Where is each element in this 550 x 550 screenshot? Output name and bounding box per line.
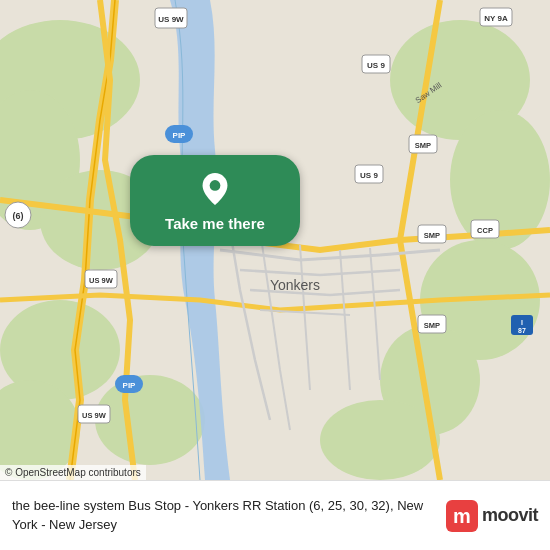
svg-text:I: I [521, 319, 523, 326]
osm-attribution: © OpenStreetMap contributors [0, 465, 146, 480]
info-bar: the bee-line system Bus Stop - Yonkers R… [0, 480, 550, 550]
svg-text:Yonkers: Yonkers [270, 277, 320, 293]
svg-text:US 9W: US 9W [82, 411, 107, 420]
svg-text:PIP: PIP [123, 381, 137, 390]
svg-text:87: 87 [518, 327, 526, 334]
map-container: US 9W US 9 NY 9A PIP (6) US 9W SMP SMP S… [0, 0, 550, 480]
moovit-logo: m moovit [446, 500, 538, 532]
svg-text:SMP: SMP [424, 231, 440, 240]
moovit-icon: m [446, 500, 478, 532]
svg-text:(6): (6) [13, 211, 24, 221]
moovit-text: moovit [482, 505, 538, 526]
take-me-there-container: Take me there [130, 155, 300, 246]
svg-text:NY 9A: NY 9A [484, 14, 508, 23]
location-pin-icon [201, 173, 229, 205]
svg-text:SMP: SMP [424, 321, 440, 330]
svg-text:CCP: CCP [477, 226, 493, 235]
svg-point-43 [210, 180, 221, 191]
svg-point-10 [95, 375, 205, 465]
svg-text:US 9: US 9 [367, 61, 385, 70]
svg-text:SMP: SMP [415, 141, 431, 150]
svg-text:US 9W: US 9W [158, 15, 184, 24]
take-me-there-label: Take me there [165, 215, 265, 232]
svg-text:US 9W: US 9W [89, 276, 114, 285]
svg-text:PIP: PIP [173, 131, 187, 140]
info-text: the bee-line system Bus Stop - Yonkers R… [12, 497, 436, 533]
take-me-there-button[interactable]: Take me there [130, 155, 300, 246]
svg-text:US 9: US 9 [360, 171, 378, 180]
svg-point-11 [320, 400, 440, 480]
svg-text:m: m [453, 505, 471, 527]
